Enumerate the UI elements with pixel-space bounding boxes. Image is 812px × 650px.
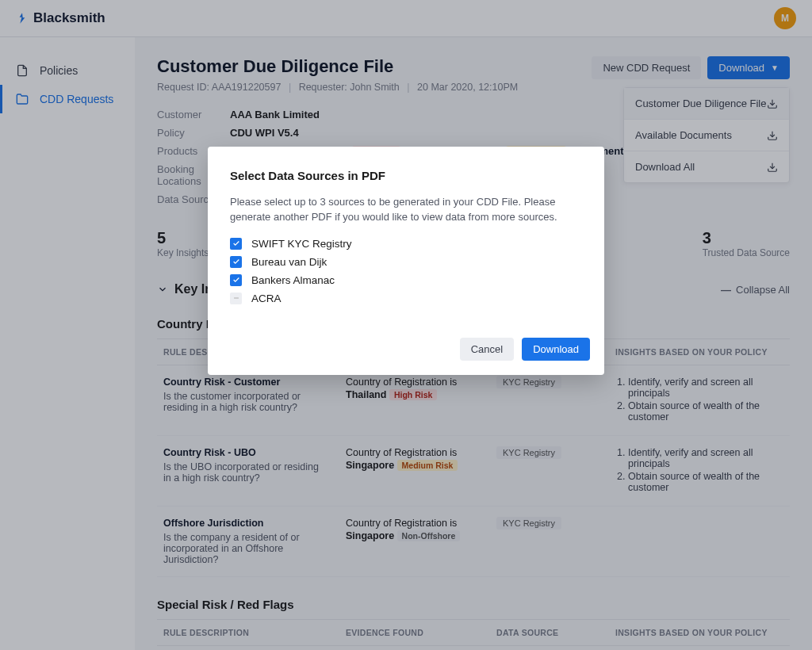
checkbox-label: Bureau van Dijk [251, 256, 327, 268]
select-data-sources-modal: Select Data Sources in PDF Please select… [208, 147, 604, 375]
checkbox-label: ACRA [251, 292, 282, 304]
checkbox-option[interactable]: Bureau van Dijk [230, 256, 582, 268]
checkbox-option[interactable]: SWIFT KYC Registry [230, 238, 582, 250]
checkbox-option[interactable]: Bankers Almanac [230, 274, 582, 286]
download-confirm-button[interactable]: Download [522, 338, 590, 361]
modal-title: Select Data Sources in PDF [230, 169, 582, 182]
cancel-button[interactable]: Cancel [460, 338, 514, 361]
checkbox-checked-icon [230, 256, 242, 268]
checkbox-unchecked-icon [230, 292, 242, 304]
modal-description: Please select up to 3 sources to be gene… [230, 195, 582, 225]
checkbox-checked-icon [230, 238, 242, 250]
modal-overlay: Select Data Sources in PDF Please select… [0, 0, 812, 650]
checkbox-label: SWIFT KYC Registry [251, 238, 352, 250]
checkbox-label: Bankers Almanac [251, 274, 335, 286]
checkbox-checked-icon [230, 274, 242, 286]
checkbox-option[interactable]: ACRA [230, 292, 582, 304]
